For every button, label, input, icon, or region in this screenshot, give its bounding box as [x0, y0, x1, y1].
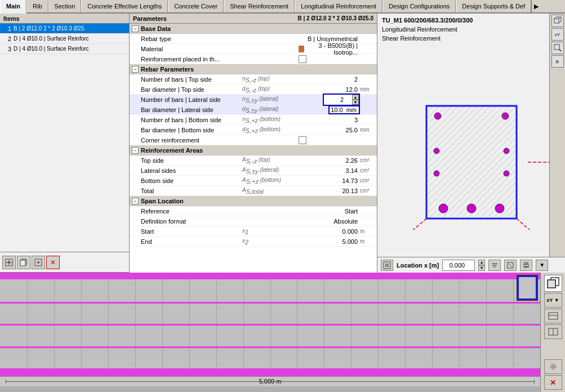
- svg-line-38: [509, 264, 512, 267]
- list-item[interactable]: 2 D | 4 Ø10.0 | Surface Reinforc: [0, 34, 129, 44]
- filter-button[interactable]: [488, 260, 501, 271]
- tab-longitudinal-reinforcement[interactable]: Longitudinal Reinforcement: [295, 0, 382, 12]
- location-spin-down[interactable]: ▼: [478, 265, 485, 271]
- close-icon-bottom[interactable]: ✕: [544, 375, 562, 390]
- section-reinforcement-areas[interactable]: − Reinforcement Areas: [130, 145, 377, 155]
- add-item-button[interactable]: [2, 256, 16, 269]
- param-num-bars-lateral: Number of bars | Lateral side nS,±y (lat…: [130, 95, 377, 105]
- view-icon2-bottom[interactable]: [544, 309, 562, 323]
- section-base-data[interactable]: − Base Data: [130, 24, 377, 34]
- param-num-bars-top: Number of bars | Top side nS,-z (top) 2: [130, 74, 377, 84]
- view-toolbar: xY ≡: [549, 14, 565, 257]
- num-bars-lateral-input[interactable]: [324, 96, 352, 103]
- print-button[interactable]: [520, 260, 532, 271]
- 3d-icon-bottom[interactable]: [544, 275, 562, 292]
- svg-rect-42: [554, 19, 559, 23]
- location-spin-up[interactable]: ▲: [478, 260, 485, 265]
- tab-bar: Main Rib Section Concrete Effective Leng…: [0, 0, 565, 14]
- param-area-lateral: Lateral sides AS,±y (lateral) 3.14 cm²: [130, 166, 377, 176]
- num-bars-lateral-input-container: ▲ ▼: [323, 93, 360, 106]
- beam-body: [0, 279, 540, 368]
- section-view: y z u v: [377, 45, 565, 257]
- bottom-panel: 5.000 m xY ▼: [0, 273, 565, 392]
- 3d-view-button[interactable]: [551, 15, 564, 27]
- tab-section[interactable]: Section: [48, 0, 82, 12]
- svg-point-17: [439, 204, 448, 213]
- tab-main[interactable]: Main: [0, 0, 26, 14]
- items-list: 1 B | 2 Ø12.0 2 * 2 Ø10.3 Ø25. 2 D | 4 Ø…: [0, 24, 129, 138]
- expand-icon: −: [132, 66, 139, 73]
- svg-point-58: [550, 364, 556, 369]
- more-button[interactable]: ▼: [536, 260, 548, 271]
- svg-point-13: [434, 148, 439, 154]
- svg-rect-33: [385, 264, 389, 267]
- param-reference: Reference Start: [130, 206, 377, 216]
- tab-design-configurations[interactable]: Design Configurations: [382, 0, 456, 12]
- zoom-button[interactable]: [551, 42, 564, 54]
- section-svg: y z u v: [393, 72, 550, 230]
- svg-rect-4: [20, 260, 25, 266]
- right-panel: TU_M1 600/200/683.3/200/0/300 Longitudin…: [377, 14, 565, 273]
- expand-icon: −: [132, 25, 139, 32]
- section-cut-button[interactable]: ≡: [551, 55, 564, 68]
- tab-scroll-right[interactable]: ▶: [531, 0, 540, 12]
- param-num-bars-bottom: Number of bars | Bottom side nS,+z (bott…: [130, 115, 377, 125]
- xy-icon-bottom[interactable]: xY ▼: [544, 293, 562, 308]
- location-x-input[interactable]: [442, 260, 475, 271]
- tab-concrete-cover[interactable]: Concrete Cover: [168, 0, 224, 12]
- svg-line-26: [517, 219, 539, 230]
- param-end: End x2 5.000 m: [130, 237, 377, 247]
- param-reinforcement-placed: Reinforcement placed in th...: [130, 54, 377, 64]
- list-item[interactable]: 1 B | 2 Ø12.0 2 * 2 Ø10.3 Ø25.: [0, 24, 129, 34]
- svg-point-18: [467, 204, 476, 213]
- svg-rect-41: [525, 266, 527, 267]
- param-definition-format: Definition format Absolute: [130, 216, 377, 226]
- delete-item-button[interactable]: ✕: [46, 256, 60, 269]
- beam-cross-section-mini: [517, 275, 538, 301]
- svg-line-49: [559, 50, 561, 51]
- param-material: Material 3 - B500S(B) | Isotrop...: [130, 44, 377, 54]
- svg-rect-48: [554, 44, 559, 50]
- xy-view-button[interactable]: xY: [551, 28, 564, 41]
- svg-point-11: [434, 113, 441, 119]
- location-bar: Location x [m] ▲ ▼ ▼: [377, 257, 565, 273]
- param-area-total: Total AS,total 20.13 cm²: [130, 186, 377, 196]
- corner-reinforcement-checkbox[interactable]: [299, 136, 306, 144]
- svg-line-29: [407, 219, 426, 230]
- view-icon3-bottom[interactable]: [544, 324, 562, 339]
- svg-point-19: [495, 204, 504, 213]
- export-item-button[interactable]: [32, 256, 45, 269]
- svg-rect-53: [549, 313, 558, 319]
- param-area-bottom: Bottom side AS,+z (bottom) 14.73 cm²: [130, 176, 377, 186]
- tab-concrete-effective-lengths[interactable]: Concrete Effective Lengths: [81, 0, 168, 12]
- items-panel: Items 1 B | 2 Ø12.0 2 * 2 Ø10.3 Ø25. 2 D…: [0, 14, 130, 273]
- svg-point-57: [551, 366, 554, 368]
- tab-shear-reinforcement[interactable]: Shear Reinforcement: [224, 0, 295, 12]
- bottom-toolbar: xY ▼ ✕: [540, 273, 565, 392]
- parameters-scroll[interactable]: − Base Data Rebar type B | Unsymmetrical…: [130, 24, 377, 273]
- svg-point-15: [504, 148, 509, 154]
- section-rebar-parameters[interactable]: − Rebar Parameters: [130, 64, 377, 74]
- tab-rib[interactable]: Rib: [26, 0, 48, 12]
- expand-icon: −: [132, 198, 139, 204]
- section-span-location[interactable]: − Span Location: [130, 196, 377, 206]
- items-toolbar: ✕: [0, 252, 129, 272]
- settings-icon-bottom[interactable]: [544, 359, 562, 374]
- view-select-button[interactable]: [381, 260, 393, 271]
- spin-down[interactable]: ▼: [352, 100, 359, 105]
- view-fit-button[interactable]: [504, 260, 517, 271]
- section-subtitle2: Shear Reinforcement: [382, 34, 560, 43]
- section-subtitle1: Longitudinal Reinforcement: [382, 25, 560, 34]
- param-start: Start x1 0.000 m: [130, 226, 377, 237]
- tab-design-supports[interactable]: Design Supports & Def: [456, 0, 531, 12]
- param-corner-reinforcement: Corner reinforcement: [130, 135, 377, 145]
- svg-point-14: [434, 171, 439, 176]
- copy-item-button[interactable]: [17, 256, 30, 269]
- list-item[interactable]: 3 D | 4 Ø10.0 | Surface Reinforc: [0, 44, 129, 54]
- svg-point-16: [504, 171, 509, 176]
- parameters-header: Parameters B | 2 Ø12.0 2 * 2 Ø10.3 Ø25.0: [130, 14, 377, 24]
- reinforcement-placed-checkbox[interactable]: [299, 55, 306, 63]
- param-area-top: Top side AS,-z (top) 2.26 cm²: [130, 155, 377, 166]
- spin-up[interactable]: ▲: [352, 95, 359, 100]
- svg-line-45: [559, 21, 561, 23]
